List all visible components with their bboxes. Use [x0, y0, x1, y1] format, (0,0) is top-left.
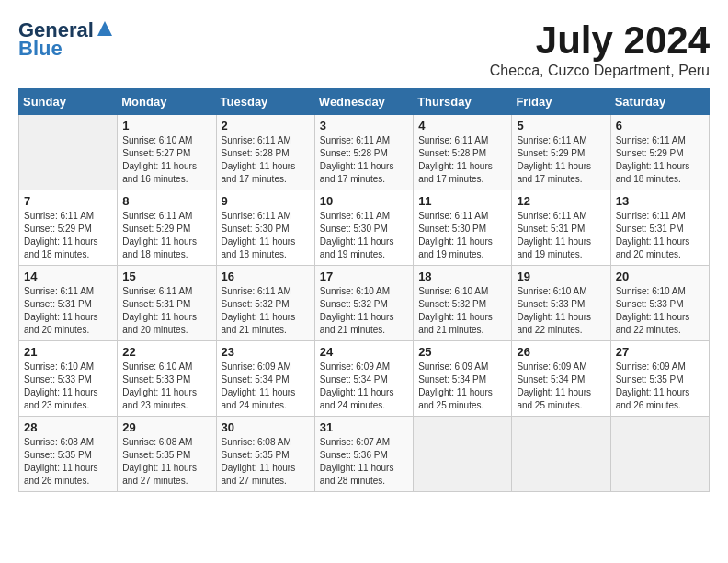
day-number: 13 [616, 194, 704, 208]
calendar-cell: 13Sunrise: 6:11 AMSunset: 5:31 PMDayligh… [610, 190, 709, 266]
day-info: Sunrise: 6:11 AMSunset: 5:30 PMDaylight:… [320, 210, 408, 261]
calendar-cell [610, 417, 709, 492]
calendar-cell: 12Sunrise: 6:11 AMSunset: 5:31 PMDayligh… [512, 190, 610, 266]
logo: General Blue [18, 18, 114, 61]
location-title: Checca, Cuzco Department, Peru [490, 63, 710, 79]
calendar-cell: 19Sunrise: 6:10 AMSunset: 5:33 PMDayligh… [512, 266, 610, 341]
calendar-cell: 25Sunrise: 6:09 AMSunset: 5:34 PMDayligh… [414, 341, 512, 417]
day-number: 14 [24, 270, 112, 283]
day-info: Sunrise: 6:11 AMSunset: 5:29 PMDaylight:… [24, 210, 112, 261]
day-info: Sunrise: 6:10 AMSunset: 5:32 PMDaylight:… [320, 285, 408, 337]
calendar-cell: 9Sunrise: 6:11 AMSunset: 5:30 PMDaylight… [216, 190, 314, 266]
day-info: Sunrise: 6:11 AMSunset: 5:29 PMDaylight:… [517, 134, 605, 186]
calendar-cell: 30Sunrise: 6:08 AMSunset: 5:35 PMDayligh… [216, 417, 314, 492]
day-info: Sunrise: 6:11 AMSunset: 5:31 PMDaylight:… [616, 210, 704, 261]
calendar-week-5: 28Sunrise: 6:08 AMSunset: 5:35 PMDayligh… [19, 417, 710, 492]
day-info: Sunrise: 6:11 AMSunset: 5:32 PMDaylight:… [222, 285, 310, 337]
calendar-cell: 16Sunrise: 6:11 AMSunset: 5:32 PMDayligh… [216, 266, 314, 341]
day-info: Sunrise: 6:11 AMSunset: 5:28 PMDaylight:… [418, 134, 506, 186]
day-info: Sunrise: 6:08 AMSunset: 5:35 PMDaylight:… [24, 436, 112, 488]
calendar-cell: 2Sunrise: 6:11 AMSunset: 5:28 PMDaylight… [216, 115, 314, 190]
calendar-cell: 1Sunrise: 6:10 AMSunset: 5:27 PMDaylight… [118, 115, 216, 190]
day-info: Sunrise: 6:10 AMSunset: 5:33 PMDaylight:… [517, 285, 605, 337]
day-number: 17 [320, 270, 408, 283]
day-info: Sunrise: 6:11 AMSunset: 5:31 PMDaylight:… [517, 210, 605, 261]
svg-marker-0 [97, 21, 112, 36]
day-info: Sunrise: 6:11 AMSunset: 5:28 PMDaylight:… [222, 134, 310, 186]
day-info: Sunrise: 6:10 AMSunset: 5:33 PMDaylight:… [24, 361, 112, 412]
day-number: 5 [517, 119, 605, 132]
day-info: Sunrise: 6:11 AMSunset: 5:29 PMDaylight:… [616, 134, 704, 186]
day-info: Sunrise: 6:09 AMSunset: 5:34 PMDaylight:… [517, 361, 605, 412]
day-info: Sunrise: 6:09 AMSunset: 5:35 PMDaylight:… [616, 361, 704, 412]
weekday-header-wednesday: Wednesday [314, 89, 413, 115]
day-info: Sunrise: 6:08 AMSunset: 5:35 PMDaylight:… [122, 436, 210, 488]
weekday-header-friday: Friday [512, 89, 610, 115]
day-number: 23 [222, 345, 310, 359]
calendar-week-1: 1Sunrise: 6:10 AMSunset: 5:27 PMDaylight… [19, 115, 710, 190]
day-number: 27 [616, 345, 704, 359]
weekday-header-saturday: Saturday [610, 89, 709, 115]
calendar-cell: 4Sunrise: 6:11 AMSunset: 5:28 PMDaylight… [414, 115, 512, 190]
day-number: 19 [517, 270, 605, 283]
calendar-cell: 3Sunrise: 6:11 AMSunset: 5:28 PMDaylight… [314, 115, 413, 190]
calendar-week-4: 21Sunrise: 6:10 AMSunset: 5:33 PMDayligh… [19, 341, 710, 417]
day-number: 30 [222, 420, 310, 434]
calendar-cell: 29Sunrise: 6:08 AMSunset: 5:35 PMDayligh… [118, 417, 216, 492]
day-number: 2 [222, 119, 310, 132]
calendar-cell: 28Sunrise: 6:08 AMSunset: 5:35 PMDayligh… [19, 417, 118, 492]
day-info: Sunrise: 6:08 AMSunset: 5:35 PMDaylight:… [222, 436, 310, 488]
calendar-cell [19, 115, 118, 190]
day-info: Sunrise: 6:10 AMSunset: 5:32 PMDaylight:… [418, 285, 506, 337]
calendar-cell: 8Sunrise: 6:11 AMSunset: 5:29 PMDaylight… [118, 190, 216, 266]
calendar-cell: 6Sunrise: 6:11 AMSunset: 5:29 PMDaylight… [610, 115, 709, 190]
title-block: July 2024 Checca, Cuzco Department, Peru [490, 18, 710, 79]
day-info: Sunrise: 6:11 AMSunset: 5:28 PMDaylight:… [320, 134, 408, 186]
calendar-cell: 27Sunrise: 6:09 AMSunset: 5:35 PMDayligh… [610, 341, 709, 417]
calendar-cell: 5Sunrise: 6:11 AMSunset: 5:29 PMDaylight… [512, 115, 610, 190]
calendar-week-3: 14Sunrise: 6:11 AMSunset: 5:31 PMDayligh… [19, 266, 710, 341]
day-number: 31 [320, 420, 408, 434]
day-number: 22 [122, 345, 210, 359]
calendar-cell: 22Sunrise: 6:10 AMSunset: 5:33 PMDayligh… [118, 341, 216, 417]
calendar-cell: 10Sunrise: 6:11 AMSunset: 5:30 PMDayligh… [314, 190, 413, 266]
day-number: 10 [320, 194, 408, 208]
day-number: 28 [24, 420, 112, 434]
day-number: 8 [122, 194, 210, 208]
day-info: Sunrise: 6:11 AMSunset: 5:30 PMDaylight:… [418, 210, 506, 261]
day-info: Sunrise: 6:11 AMSunset: 5:30 PMDaylight:… [222, 210, 310, 261]
day-number: 16 [222, 270, 310, 283]
day-info: Sunrise: 6:11 AMSunset: 5:31 PMDaylight:… [24, 285, 112, 337]
day-info: Sunrise: 6:11 AMSunset: 5:31 PMDaylight:… [122, 285, 210, 337]
day-info: Sunrise: 6:10 AMSunset: 5:33 PMDaylight:… [122, 361, 210, 412]
day-info: Sunrise: 6:10 AMSunset: 5:27 PMDaylight:… [122, 134, 210, 186]
day-info: Sunrise: 6:09 AMSunset: 5:34 PMDaylight:… [222, 361, 310, 412]
calendar-cell: 18Sunrise: 6:10 AMSunset: 5:32 PMDayligh… [414, 266, 512, 341]
day-number: 18 [418, 270, 506, 283]
day-info: Sunrise: 6:11 AMSunset: 5:29 PMDaylight:… [122, 210, 210, 261]
calendar-cell: 15Sunrise: 6:11 AMSunset: 5:31 PMDayligh… [118, 266, 216, 341]
weekday-header-monday: Monday [118, 89, 216, 115]
day-number: 3 [320, 119, 408, 132]
calendar-week-2: 7Sunrise: 6:11 AMSunset: 5:29 PMDaylight… [19, 190, 710, 266]
calendar-cell: 11Sunrise: 6:11 AMSunset: 5:30 PMDayligh… [414, 190, 512, 266]
day-number: 9 [222, 194, 310, 208]
day-info: Sunrise: 6:10 AMSunset: 5:33 PMDaylight:… [616, 285, 704, 337]
day-number: 25 [418, 345, 506, 359]
logo-icon [96, 19, 114, 38]
calendar-cell: 14Sunrise: 6:11 AMSunset: 5:31 PMDayligh… [19, 266, 118, 341]
day-number: 15 [122, 270, 210, 283]
day-number: 4 [418, 119, 506, 132]
day-number: 7 [24, 194, 112, 208]
day-number: 24 [320, 345, 408, 359]
calendar-cell: 20Sunrise: 6:10 AMSunset: 5:33 PMDayligh… [610, 266, 709, 341]
calendar-header-row: SundayMondayTuesdayWednesdayThursdayFrid… [19, 89, 710, 115]
calendar-cell: 24Sunrise: 6:09 AMSunset: 5:34 PMDayligh… [314, 341, 413, 417]
day-info: Sunrise: 6:07 AMSunset: 5:36 PMDaylight:… [320, 436, 408, 488]
day-number: 20 [616, 270, 704, 283]
page-header: General Blue July 2024 Checca, Cuzco Dep… [18, 18, 710, 79]
day-info: Sunrise: 6:09 AMSunset: 5:34 PMDaylight:… [418, 361, 506, 412]
day-number: 11 [418, 194, 506, 208]
calendar-cell [512, 417, 610, 492]
day-number: 6 [616, 119, 704, 132]
